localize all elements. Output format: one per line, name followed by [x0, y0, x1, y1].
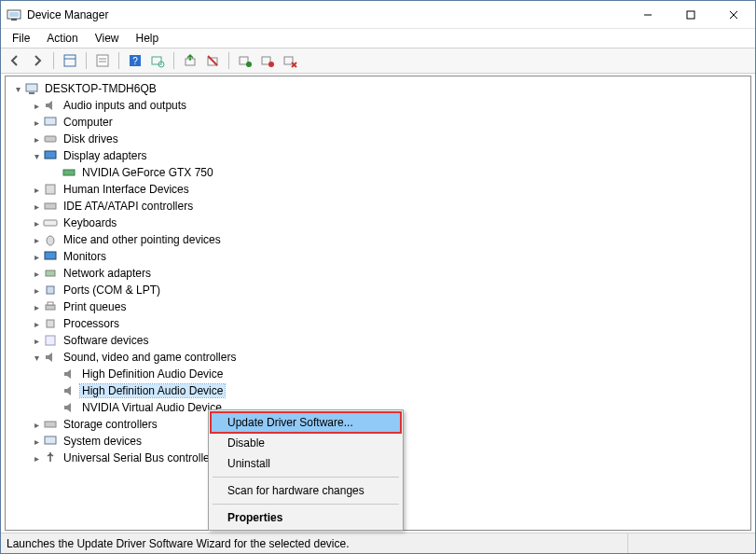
chevron-right-icon[interactable]: ▸ — [30, 216, 43, 229]
tree-label: Software devices — [62, 334, 150, 347]
svg-rect-39 — [46, 305, 55, 310]
tree-item-hda0[interactable]: ▸High Definition Audio Device — [48, 366, 750, 382]
mouse-icon — [43, 232, 58, 247]
menu-view[interactable]: View — [88, 30, 127, 47]
remove-button[interactable] — [280, 50, 300, 71]
speaker-icon — [43, 98, 58, 113]
tree-item-keyboards[interactable]: ▸Keyboards — [30, 215, 750, 231]
svg-rect-42 — [46, 336, 55, 345]
close-button[interactable] — [712, 1, 755, 29]
svg-rect-26 — [26, 84, 37, 91]
enable-button[interactable] — [235, 50, 255, 71]
chevron-right-icon[interactable]: ▸ — [30, 451, 43, 464]
chevron-right-icon[interactable]: ▸ — [30, 250, 43, 263]
svg-rect-7 — [64, 55, 76, 66]
tree-item-processors[interactable]: ▸Processors — [30, 315, 750, 332]
tree-root[interactable]: ▾ DESKTOP-TMDH6QB — [11, 80, 750, 97]
svg-rect-38 — [47, 286, 54, 294]
speaker-icon — [62, 400, 76, 415]
disable-button[interactable] — [257, 50, 278, 71]
uninstall-button[interactable] — [202, 50, 223, 71]
chevron-down-icon[interactable]: ▾ — [11, 82, 24, 95]
chevron-down-icon[interactable]: ▾ — [30, 351, 43, 364]
tree-item-ports[interactable]: ▸Ports (COM & LPT) — [30, 282, 750, 298]
chevron-right-icon[interactable]: ▸ — [30, 99, 43, 112]
toolbar-separator — [118, 52, 119, 69]
tree-item-gpu[interactable]: ▸NVIDIA GeForce GTX 750 — [48, 164, 750, 181]
tree-label: System devices — [62, 435, 144, 448]
tree-item-printqueues[interactable]: ▸Print queues — [30, 298, 750, 315]
window-title: Device Manager — [27, 8, 108, 21]
chevron-down-icon[interactable]: ▾ — [30, 149, 43, 162]
tree-label: Storage controllers — [62, 418, 159, 431]
tree-item-computer[interactable]: ▸Computer — [30, 114, 750, 131]
tree-item-hid[interactable]: ▸Human Interface Devices — [30, 181, 750, 198]
svg-point-22 — [268, 62, 274, 67]
svg-rect-28 — [45, 118, 56, 125]
menu-help[interactable]: Help — [129, 30, 167, 47]
usb-icon — [43, 450, 58, 465]
nav-forward-button[interactable] — [27, 50, 48, 71]
svg-text:?: ? — [132, 56, 138, 66]
tree-item-software[interactable]: ▸Software devices — [30, 332, 750, 349]
monitor-icon — [43, 249, 58, 264]
tree-item-network[interactable]: ▸Network adapters — [30, 265, 750, 282]
tree-item-disk[interactable]: ▸Disk drives — [30, 131, 750, 147]
context-scan[interactable]: Scan for hardware changes — [211, 480, 401, 501]
software-icon — [43, 333, 58, 348]
tree-label: Sound, video and game controllers — [62, 351, 238, 364]
menu-file[interactable]: File — [5, 30, 37, 47]
chevron-right-icon[interactable]: ▸ — [30, 200, 43, 213]
svg-rect-1 — [9, 12, 19, 17]
chevron-right-icon[interactable]: ▸ — [30, 284, 43, 297]
network-icon — [43, 266, 58, 281]
tree-item-audio-io[interactable]: ▸Audio inputs and outputs — [30, 97, 750, 114]
svg-point-20 — [246, 62, 252, 67]
menu-action[interactable]: Action — [39, 30, 85, 47]
help-button[interactable]: ? — [125, 50, 145, 71]
chevron-right-icon[interactable]: ▸ — [30, 183, 43, 196]
context-uninstall[interactable]: Uninstall — [211, 453, 401, 474]
tree-label: NVIDIA Virtual Audio Device — [80, 401, 224, 414]
ide-icon — [43, 199, 58, 214]
nav-back-button[interactable] — [5, 50, 25, 71]
svg-rect-2 — [11, 19, 17, 21]
tree-item-mice[interactable]: ▸Mice and other pointing devices — [30, 231, 750, 248]
maximize-button[interactable] — [669, 1, 712, 29]
svg-rect-37 — [46, 270, 55, 276]
update-driver-button[interactable] — [180, 50, 200, 71]
chevron-right-icon[interactable]: ▸ — [30, 233, 43, 246]
context-separator — [213, 504, 399, 505]
chevron-right-icon[interactable]: ▸ — [30, 435, 43, 448]
hid-icon — [43, 182, 58, 197]
chevron-right-icon[interactable]: ▸ — [30, 418, 43, 431]
tree-item-sound[interactable]: ▾Sound, video and game controllers — [30, 349, 750, 366]
show-hide-tree-button[interactable] — [60, 50, 80, 71]
computer-icon — [24, 81, 39, 96]
chevron-right-icon[interactable]: ▸ — [30, 132, 43, 145]
context-separator — [213, 477, 399, 478]
scan-hardware-button[interactable] — [147, 50, 168, 71]
storage-icon — [43, 417, 58, 432]
tree-label: Universal Serial Bus controllers — [62, 451, 221, 464]
context-update-driver[interactable]: Update Driver Software... — [211, 412, 401, 433]
app-icon — [7, 7, 21, 22]
svg-rect-44 — [45, 436, 56, 444]
tree-item-display[interactable]: ▾Display adapters — [30, 147, 750, 164]
tree-item-hda1-selected[interactable]: ▸High Definition Audio Device — [48, 382, 750, 399]
chevron-right-icon[interactable]: ▸ — [30, 317, 43, 330]
tree-label: Processors — [62, 317, 121, 330]
properties-button[interactable] — [92, 50, 113, 71]
tree-label: Audio inputs and outputs — [62, 99, 188, 112]
chevron-right-icon[interactable]: ▸ — [30, 116, 43, 129]
tree-item-ide[interactable]: ▸IDE ATA/ATAPI controllers — [30, 198, 750, 215]
chevron-right-icon[interactable]: ▸ — [30, 334, 43, 347]
tree-item-monitors[interactable]: ▸Monitors — [30, 248, 750, 265]
title-bar: Device Manager — [1, 1, 755, 29]
context-disable[interactable]: Disable — [211, 433, 401, 453]
context-properties[interactable]: Properties — [211, 507, 401, 528]
chevron-right-icon[interactable]: ▸ — [30, 267, 43, 280]
minimize-button[interactable] — [626, 1, 669, 29]
toolbar-separator — [53, 52, 54, 69]
chevron-right-icon[interactable]: ▸ — [30, 300, 43, 313]
